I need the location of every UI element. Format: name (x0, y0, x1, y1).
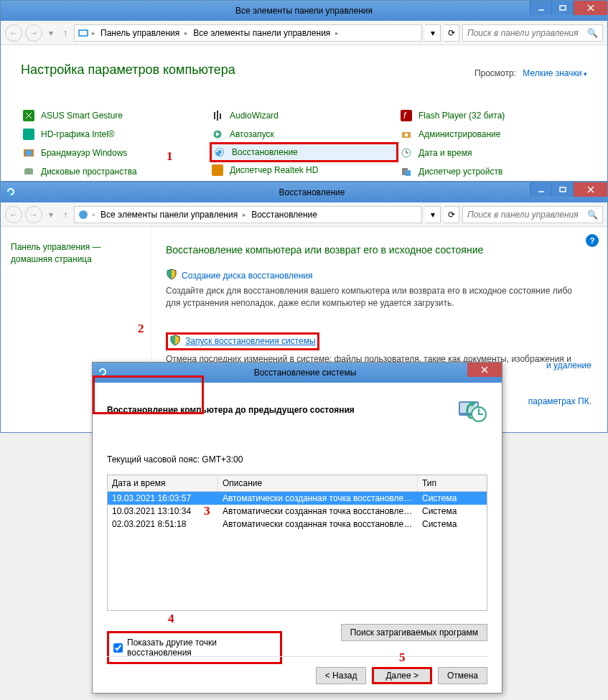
cp-item-datetime[interactable]: Дата и время (398, 144, 587, 162)
close-button[interactable] (573, 182, 607, 197)
recovery-icon (213, 146, 226, 159)
up-button[interactable]: ↑ (60, 28, 71, 38)
recent-dropdown[interactable]: ▾ (45, 24, 57, 42)
view-label: Просмотр: (474, 68, 516, 78)
refresh-button[interactable]: ⟳ (444, 206, 459, 223)
svg-rect-30 (560, 187, 566, 192)
col-date[interactable]: Дата и время (108, 475, 218, 491)
link-label[interactable]: Запуск восстановления системы (185, 336, 316, 346)
close-button[interactable] (467, 363, 502, 377)
nav-toolbar: ← → ▾ ↑ « Все элементы панели управления… (1, 202, 607, 227)
search-icon: 🔍 (587, 28, 598, 38)
table-header: Дата и время Описание Тип (108, 475, 487, 492)
clock-icon (400, 146, 413, 159)
view-selector[interactable]: Просмотр: Мелкие значки (474, 68, 587, 78)
svg-rect-12 (214, 112, 215, 119)
breadcrumb-item[interactable]: Все элементы панели управления (191, 28, 332, 38)
recovery-icon (5, 186, 17, 200)
table-row[interactable]: 19.03.2021 16:03:57 Автоматически создан… (108, 492, 487, 505)
timezone-label: Текущий часовой пояс: GMT+3:00 (107, 454, 487, 465)
storage-icon (22, 165, 35, 178)
back-button[interactable]: ← (5, 206, 22, 223)
admin-icon (400, 128, 413, 141)
titlebar[interactable]: Все элементы панели управления (1, 1, 607, 21)
minimize-button[interactable] (530, 1, 551, 15)
realtek-icon (211, 164, 224, 177)
cp-item-devices[interactable]: Диспетчер устройств (398, 162, 587, 181)
table-row[interactable]: 10.03.2021 13:10:34 Автоматически создан… (108, 505, 487, 518)
address-bar[interactable]: ▸ Панель управления ▸ Все элементы панел… (74, 24, 422, 42)
forward-button[interactable]: → (25, 24, 42, 42)
back-button[interactable]: ← (5, 24, 22, 42)
breadcrumb-item[interactable]: Все элементы панели управления (98, 210, 240, 220)
titlebar[interactable]: Восстановление (1, 182, 607, 202)
control-panel-window: Все элементы панели управления ← → ▾ ↑ ▸… (0, 0, 608, 182)
breadcrumb-item[interactable]: Восстановление (249, 210, 319, 220)
breadcrumb-item[interactable]: Панель управления (98, 28, 182, 38)
recent-dropdown[interactable]: ▾ (45, 206, 57, 223)
search-icon: 🔍 (587, 210, 598, 220)
svg-point-33 (79, 210, 88, 219)
start-system-restore-link[interactable]: Запуск восстановления системы (166, 332, 319, 350)
address-dropdown[interactable]: ▾ (425, 24, 441, 42)
chevron-right-icon: ▸ (92, 29, 95, 37)
cancel-button[interactable]: Отмена (438, 667, 487, 684)
search-box[interactable]: 🔍 (462, 24, 603, 42)
cp-item-flash[interactable]: fFlash Player (32 бита) (398, 106, 587, 125)
annotation-3: 3 (204, 504, 210, 518)
search-input[interactable] (467, 210, 587, 220)
annotation-2: 2 (138, 322, 144, 336)
window-title: Все элементы панели управления (1, 6, 607, 16)
up-button[interactable]: ↑ (60, 210, 71, 220)
svg-rect-5 (80, 31, 87, 35)
create-recovery-disk-link[interactable]: Создание диска восстановления (166, 269, 593, 282)
maximize-button[interactable] (551, 1, 573, 15)
cp-item-recovery[interactable]: Восстановление (210, 142, 398, 162)
next-button[interactable]: Далее > (372, 667, 432, 684)
address-bar[interactable]: « Все элементы панели управления ▸ Восст… (74, 206, 422, 223)
forward-button[interactable]: → (25, 206, 42, 223)
cp-item-firewall[interactable]: Брандмауэр Windows (21, 144, 210, 162)
search-box[interactable]: 🔍 (462, 206, 603, 223)
sidebar-home-link[interactable]: Панель управления — домашняя страница (11, 242, 101, 264)
svg-rect-19 (401, 110, 412, 121)
col-type[interactable]: Тип (418, 475, 487, 491)
cp-icon (78, 27, 89, 39)
cp-item-admin[interactable]: Администрирование (398, 125, 587, 144)
help-icon[interactable]: ? (586, 234, 599, 247)
cp-item-autostart[interactable]: Автозапуск (210, 125, 398, 144)
search-affected-button[interactable]: Поиск затрагиваемых программ (341, 624, 487, 641)
checkbox-input[interactable] (113, 643, 123, 653)
dialog-buttons: < Назад Далее > Отмена (107, 656, 487, 684)
svg-rect-13 (217, 111, 218, 121)
audio-icon (211, 109, 224, 122)
pc-settings-link[interactable]: параметрах ПК. (528, 396, 591, 406)
cp-item-intel[interactable]: HD-графика Intel® (21, 125, 210, 144)
refresh-button[interactable]: ⟳ (444, 24, 459, 42)
annotation-5: 5 (399, 650, 406, 665)
svg-rect-22 (405, 134, 408, 136)
annotation-4: 4 (168, 612, 174, 626)
back-button[interactable]: < Назад (316, 667, 367, 684)
address-dropdown[interactable]: ▾ (425, 206, 441, 223)
content-area: Настройка параметров компьютера Просмотр… (1, 45, 607, 198)
cp-item-realtek[interactable]: Диспетчер Realtek HD (210, 161, 398, 179)
cp-item-asus[interactable]: ASUS Smart Gesture (21, 106, 210, 125)
table-row[interactable]: 02.03.2021 8:51:18 Автоматически созданн… (108, 518, 487, 531)
minimize-button[interactable] (530, 182, 551, 197)
system-restore-dialog: Восстановление системы Восстановление ко… (92, 362, 502, 694)
search-input[interactable] (467, 28, 587, 38)
page-heading: Восстановление компьютера или возврат ег… (166, 244, 593, 256)
cp-item-storage[interactable]: Дисковые пространства (21, 162, 210, 181)
asus-icon (22, 109, 35, 122)
autostart-icon (211, 128, 224, 141)
maximize-button[interactable] (551, 182, 573, 197)
link-label[interactable]: Создание диска восстановления (182, 271, 313, 281)
window-title: Восстановление (17, 187, 607, 197)
annotation-box (93, 375, 204, 414)
view-value[interactable]: Мелкие значки (523, 68, 587, 78)
intel-icon (22, 128, 35, 141)
cp-item-audiowizard[interactable]: AudioWizard (210, 106, 398, 125)
close-button[interactable] (573, 1, 607, 15)
col-desc[interactable]: Описание (218, 475, 418, 491)
